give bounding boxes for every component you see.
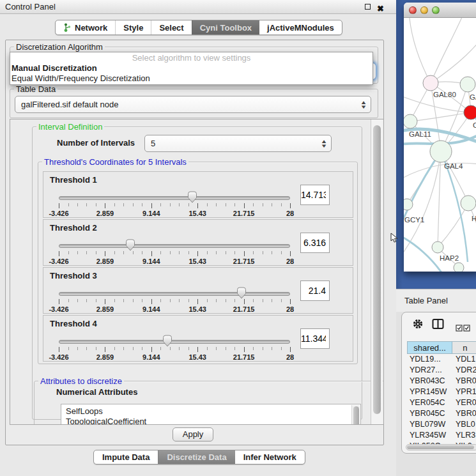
table-row[interactable]: YBL079WYBL0 <box>407 419 476 430</box>
split-columns-icon[interactable] <box>432 318 444 330</box>
slider-thumb[interactable] <box>125 239 135 251</box>
tab-network[interactable]: Network <box>56 20 115 35</box>
dropdown-option[interactable]: Manual Discretization <box>10 63 372 73</box>
tick-mark <box>68 203 69 206</box>
network-view-window[interactable]: GAL80GACGAL11GAL4GCY1HHAP2 <box>404 3 476 272</box>
tab-discretize-data[interactable]: Discretize Data <box>158 450 234 464</box>
threshold-slider[interactable]: -3.4262.8599.14415.4321.71528 <box>59 238 290 265</box>
threshold-value-input[interactable] <box>300 233 330 253</box>
tick-mark <box>179 299 180 302</box>
cell-name[interactable]: YDL1 <box>452 354 476 365</box>
scrollbar-thumb[interactable] <box>353 406 359 425</box>
apply-button[interactable]: Apply <box>173 427 213 441</box>
cell-name[interactable]: YPR1 <box>452 387 476 397</box>
threshold-value-input[interactable] <box>300 280 330 301</box>
threshold-slider[interactable]: -3.4262.8599.14415.4321.71528 <box>59 286 290 312</box>
network-node-h-cut[interactable] <box>461 196 476 211</box>
control-panel: Control Panel ✖ NetworkStyleSelectCyni T… <box>0 0 396 476</box>
network-node-selected[interactable] <box>464 105 476 119</box>
tick-mark <box>105 203 105 208</box>
network-node-bottom[interactable] <box>454 263 464 272</box>
cell-shared-name[interactable]: YDL19... <box>407 354 452 365</box>
tick-mark <box>170 251 171 254</box>
cell-name[interactable]: YBR0 <box>452 376 476 387</box>
tab-jactivemnodules[interactable]: jActiveMNodules <box>259 20 342 35</box>
scrollbar-thumb[interactable] <box>373 125 381 414</box>
mac-minimize-icon[interactable] <box>420 6 428 14</box>
tick-mark <box>272 203 272 206</box>
slider-thumb[interactable] <box>187 191 197 203</box>
tick-mark <box>170 299 171 302</box>
mac-close-icon[interactable] <box>409 6 417 14</box>
table-row[interactable]: YER054CYER0 <box>407 397 476 408</box>
slider-track[interactable] <box>59 292 290 296</box>
slider-thumb[interactable] <box>236 287 247 299</box>
cell-shared-name[interactable]: YPR145W <box>407 387 452 397</box>
threshold-value-input[interactable] <box>300 328 330 349</box>
slider-track[interactable] <box>59 196 290 200</box>
numerical-attributes-list[interactable]: SelfLoopsTopologicalCoefficientBetweenne… <box>61 404 361 425</box>
network-window-titlebar[interactable] <box>404 3 476 18</box>
tab-label: jActiveMNodules <box>267 23 334 33</box>
slider-track[interactable] <box>59 340 290 344</box>
cell-shared-name[interactable]: YBR043C <box>407 376 452 387</box>
control-panel-titlebar: Control Panel ✖ <box>0 0 396 14</box>
cell-name[interactable]: YER0 <box>452 397 476 408</box>
close-icon[interactable]: ✖ <box>377 2 384 15</box>
scrollbar-thumb[interactable] <box>407 445 474 449</box>
tab-select[interactable]: Select <box>151 20 191 35</box>
table-row[interactable]: YBR043CYBR0 <box>407 376 476 387</box>
cell-name[interactable]: YBR0 <box>452 408 476 419</box>
slider-thumb[interactable] <box>162 335 173 347</box>
gear-icon[interactable] <box>412 318 424 330</box>
number-of-intervals-combobox[interactable]: 5 ▲▼ <box>144 135 332 152</box>
float-window-icon[interactable] <box>365 4 371 10</box>
slider-track[interactable] <box>59 244 290 248</box>
attribute-list-item[interactable]: TopologicalCoefficient <box>61 417 360 425</box>
network-node-gal80[interactable] <box>423 75 438 91</box>
table-row[interactable]: YPR145WYPR1 <box>407 387 476 397</box>
dropdown-option[interactable]: Equal Width/Frequency Discretization <box>10 73 372 84</box>
attribute-list-item[interactable]: SelfLoops <box>61 406 360 417</box>
column-header-name[interactable]: n <box>452 342 476 353</box>
network-node-gal-cut[interactable] <box>460 77 475 92</box>
network-node-gcy1[interactable] <box>404 199 413 210</box>
cell-name[interactable]: YBL0 <box>452 419 476 430</box>
mouse-cursor <box>390 233 398 244</box>
table-row[interactable]: YDL19...YDL1 <box>407 354 476 365</box>
select-columns-icon[interactable] <box>456 325 471 332</box>
cell-name[interactable]: YLR3 <box>452 430 476 441</box>
vertical-scrollbar[interactable] <box>371 119 383 424</box>
tab-impute-data[interactable]: Impute Data <box>94 450 158 464</box>
cell-shared-name[interactable]: YER054C <box>407 397 452 408</box>
cell-shared-name[interactable]: YDR27... <box>407 365 452 376</box>
tab-cyni-toolbox[interactable]: Cyni Toolbox <box>192 20 259 35</box>
network-node-gal11[interactable] <box>404 114 417 128</box>
mac-zoom-icon[interactable] <box>432 6 440 14</box>
table-row[interactable]: YDR27...YDR2 <box>407 365 476 376</box>
panel-title: Control Panel <box>5 2 56 12</box>
horizontal-scrollbar[interactable] <box>406 444 476 450</box>
tab-label: Select <box>159 23 183 33</box>
cell-shared-name[interactable]: YLR345W <box>407 430 452 441</box>
cell-name[interactable]: YDR2 <box>452 365 476 376</box>
threshold-slider[interactable]: -3.4262.8599.14415.4321.71528 <box>59 334 290 360</box>
tab-style[interactable]: Style <box>115 20 151 35</box>
tick-mark <box>133 203 134 206</box>
column-header-shared-name[interactable]: shared... <box>408 342 452 353</box>
threshold-slider[interactable]: -3.4262.8599.14415.4321.71528 <box>59 190 290 217</box>
table-row[interactable]: YLR345WYLR3 <box>407 430 476 441</box>
tick-mark <box>151 299 152 304</box>
list-scrollbar[interactable] <box>351 405 360 425</box>
table-row[interactable]: YBR045CYBR0 <box>407 408 476 419</box>
cell-shared-name[interactable]: YBL079W <box>407 419 452 430</box>
table-data-combobox[interactable]: galFiltered.sif default node ▲▼ <box>15 96 371 113</box>
tab-infer-network[interactable]: Infer Network <box>235 450 305 464</box>
threshold-value-input[interactable] <box>300 185 330 205</box>
network-node-hap2[interactable] <box>432 242 443 253</box>
tick-mark <box>263 203 263 206</box>
network-node-gal4[interactable] <box>430 141 452 162</box>
cell-shared-name[interactable]: YBR045C <box>407 408 452 419</box>
network-canvas[interactable]: GAL80GACGAL11GAL4GCY1HHAP2 <box>404 18 476 272</box>
algorithm-dropdown-popup: Select algorithm to view settings Manual… <box>10 52 373 85</box>
